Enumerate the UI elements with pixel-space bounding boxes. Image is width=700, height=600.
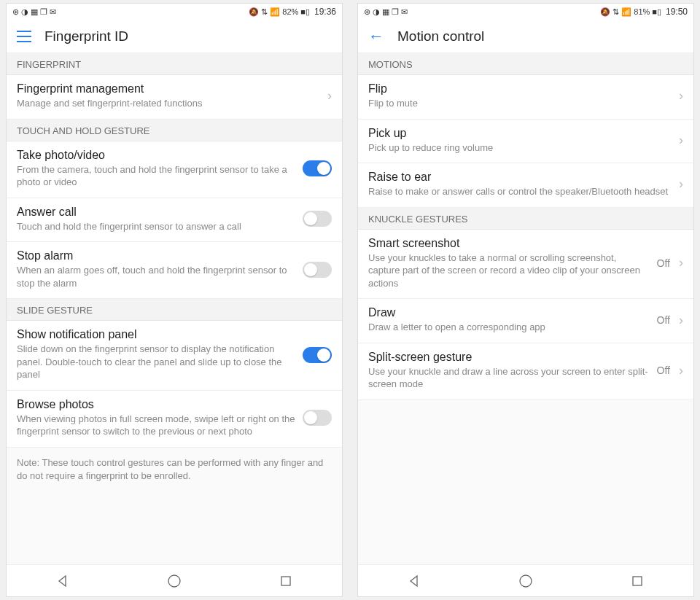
system-navbar: [7, 564, 342, 596]
section-header: TOUCH AND HOLD GESTURE: [7, 120, 342, 141]
nav-recent-button[interactable]: [279, 574, 293, 588]
row-value: Off: [657, 314, 670, 326]
section-header: KNUCKLE GESTURES: [358, 208, 693, 230]
app-header: ← Motion control: [358, 20, 693, 53]
toggle-switch[interactable]: [303, 262, 332, 278]
chevron-right-icon: ›: [679, 88, 683, 104]
row-raise-to-ear[interactable]: Raise to ear Raise to make or answer cal…: [358, 163, 693, 208]
chevron-right-icon: ›: [679, 176, 683, 192]
phone-left: ⊛ ◑ ▦ ❐ ✉ 🔕 ⇅ 📶 82% ■▯ 19:36 Fingerprint…: [6, 3, 343, 597]
svg-rect-3: [633, 577, 642, 585]
nav-back-button[interactable]: [55, 574, 70, 588]
back-arrow-icon[interactable]: ←: [368, 27, 384, 46]
section-header: MOTIONS: [358, 53, 693, 75]
app-header: Fingerprint ID: [7, 20, 342, 53]
section-header: SLIDE GESTURE: [7, 299, 342, 321]
phone-right: ⊛ ◑ ▦ ❐ ✉ 🔕 ⇅ 📶 81% ■▯ 19:50 ← Motion co…: [357, 3, 694, 597]
nav-back-button[interactable]: [407, 574, 421, 588]
svg-point-0: [168, 575, 180, 587]
footer-note: Note: These touch control gestures can b…: [7, 448, 342, 491]
content-area: MOTIONS Flip Flip to mute › Pick up Pick…: [358, 53, 693, 564]
row-flip[interactable]: Flip Flip to mute ›: [358, 75, 693, 120]
page-title: Motion control: [397, 28, 484, 44]
row-value: Off: [657, 365, 670, 376]
hamburger-icon[interactable]: [17, 31, 31, 42]
status-bar: ⊛ ◑ ▦ ❐ ✉ 🔕 ⇅ 📶 82% ■▯ 19:36: [7, 4, 342, 20]
toggle-switch[interactable]: [303, 211, 332, 227]
row-take-photo[interactable]: Take photo/video From the camera, touch …: [7, 141, 342, 198]
nav-home-button[interactable]: [518, 574, 533, 588]
row-answer-call[interactable]: Answer call Touch and hold the fingerpri…: [7, 198, 342, 243]
chevron-right-icon: ›: [679, 363, 683, 378]
status-right-icons: 🔕 ⇅ 📶 81% ■▯ 19:50: [600, 7, 688, 17]
page-title: Fingerprint ID: [44, 28, 128, 44]
row-smart-screenshot[interactable]: Smart screenshot Use your knuckles to ta…: [358, 230, 693, 300]
toggle-switch[interactable]: [303, 347, 332, 363]
status-right-icons: 🔕 ⇅ 📶 82% ■▯ 19:36: [249, 7, 336, 17]
content-area: FINGERPRINT Fingerprint management Manag…: [7, 53, 342, 564]
row-stop-alarm[interactable]: Stop alarm When an alarm goes off, touch…: [7, 242, 342, 299]
row-fingerprint-management[interactable]: Fingerprint management Manage and set fi…: [7, 75, 342, 120]
chevron-right-icon: ›: [679, 255, 683, 270]
chevron-right-icon: ›: [679, 133, 683, 148]
toggle-switch[interactable]: [303, 160, 332, 176]
nav-home-button[interactable]: [167, 574, 182, 588]
system-navbar: [358, 564, 693, 596]
section-header: FINGERPRINT: [7, 53, 342, 75]
toggle-switch[interactable]: [303, 410, 332, 426]
nav-recent-button[interactable]: [630, 574, 645, 588]
row-draw[interactable]: Draw Draw a letter to open a correspondi…: [358, 299, 693, 343]
row-split-screen[interactable]: Split-screen gesture Use your knuckle an…: [358, 343, 693, 400]
svg-rect-1: [281, 577, 290, 585]
row-notification-panel[interactable]: Show notification panel Slide down on th…: [7, 321, 342, 391]
row-value: Off: [657, 257, 670, 269]
chevron-right-icon: ›: [327, 88, 332, 104]
svg-point-2: [520, 575, 532, 587]
status-left-icons: ⊛ ◑ ▦ ❐ ✉: [12, 7, 56, 17]
status-bar: ⊛ ◑ ▦ ❐ ✉ 🔕 ⇅ 📶 81% ■▯ 19:50: [358, 4, 693, 20]
row-pick-up[interactable]: Pick up Pick up to reduce ring volume ›: [358, 120, 693, 164]
status-left-icons: ⊛ ◑ ▦ ❐ ✉: [364, 7, 408, 17]
row-browse-photos[interactable]: Browse photos When viewing photos in ful…: [7, 391, 342, 448]
chevron-right-icon: ›: [679, 313, 683, 328]
